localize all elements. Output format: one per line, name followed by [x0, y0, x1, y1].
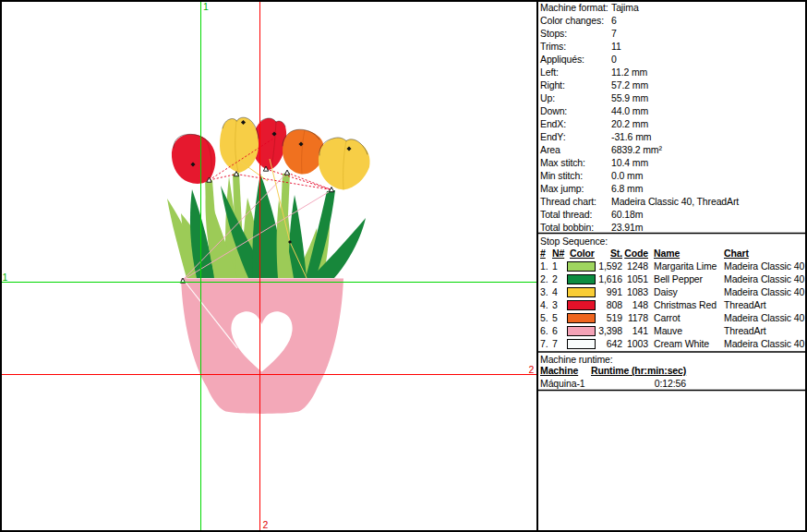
svg-text:2: 2: [529, 364, 535, 375]
svg-text:1: 1: [3, 272, 8, 283]
svg-text:1: 1: [203, 1, 209, 12]
svg-text:2: 2: [263, 519, 269, 530]
